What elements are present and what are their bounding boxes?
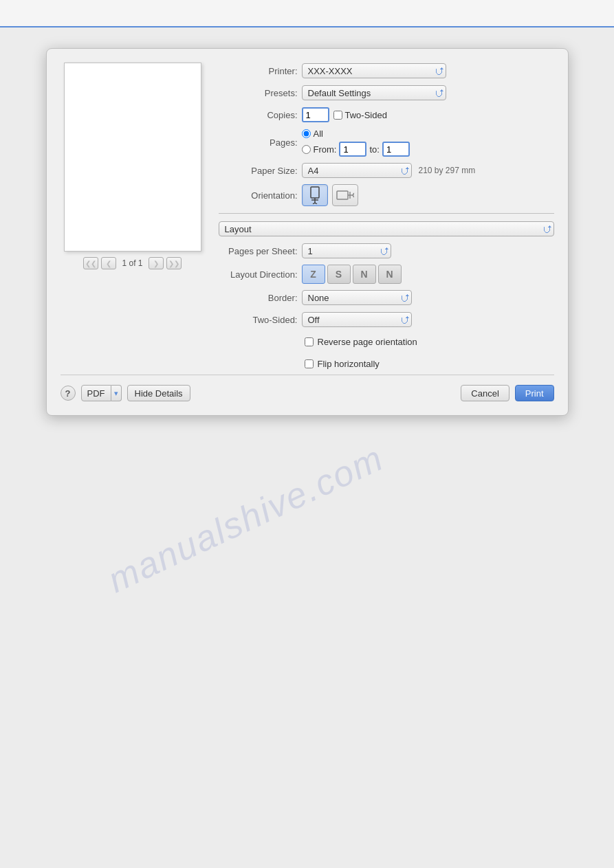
pages-range-row: From: to: bbox=[302, 142, 410, 157]
pages-all-label[interactable]: All bbox=[302, 129, 323, 139]
pages-from-radio[interactable] bbox=[302, 145, 311, 154]
pages-label: Pages: bbox=[219, 137, 298, 148]
printer-select-wrap: XXX-XXXX ⮍ bbox=[302, 63, 446, 78]
page-navigation: ❮❮ ❮ 1 of 1 ❯ ❯❯ bbox=[83, 257, 181, 269]
svg-line-9 bbox=[353, 195, 354, 197]
hide-details-button[interactable]: Hide Details bbox=[127, 385, 190, 401]
pages-from-input[interactable] bbox=[339, 142, 366, 157]
svg-rect-5 bbox=[337, 191, 348, 199]
pages-all-text: All bbox=[314, 129, 323, 139]
paper-size-select[interactable]: A4 bbox=[302, 163, 412, 178]
svg-line-4 bbox=[315, 203, 317, 204]
orientation-label: Orientation: bbox=[219, 190, 298, 201]
pages-per-sheet-select-wrap: 1 2 4 6 9 16 ⮍ bbox=[302, 243, 391, 258]
flip-horizontal-control: Flip horizontally bbox=[302, 359, 554, 369]
top-bar bbox=[0, 0, 614, 27]
pages-to-input[interactable] bbox=[382, 142, 410, 157]
reverse-orientation-text: Reverse page orientation bbox=[318, 337, 417, 347]
landscape-icon bbox=[336, 188, 354, 203]
layout-dir-btn-2[interactable]: S bbox=[327, 265, 351, 284]
presets-control: Default Settings ⮍ bbox=[302, 85, 554, 100]
reverse-orientation-checkbox[interactable] bbox=[305, 337, 314, 346]
print-dialog: ❮❮ ❮ 1 of 1 ❯ ❯❯ Printer: XXX-XXXX bbox=[46, 48, 569, 416]
svg-line-3 bbox=[313, 203, 315, 204]
two-sided-checkbox-label[interactable]: Two-Sided bbox=[333, 110, 387, 120]
dialog-body: ❮❮ ❮ 1 of 1 ❯ ❯❯ Printer: XXX-XXXX bbox=[61, 63, 554, 372]
pdf-button[interactable]: PDF bbox=[81, 385, 111, 401]
printer-label: Printer: bbox=[219, 66, 298, 76]
layout-section-select[interactable]: Layout bbox=[219, 221, 554, 236]
reverse-orientation-control: Reverse page orientation bbox=[302, 337, 554, 347]
copies-control: Two-Sided bbox=[302, 107, 554, 122]
cancel-button[interactable]: Cancel bbox=[461, 385, 509, 401]
two-sided-label: Two-Sided bbox=[345, 110, 387, 120]
paper-size-row: Paper Size: A4 ⮍ 210 by 297 mm bbox=[219, 162, 554, 179]
two-sided-section-label: Two-Sided: bbox=[219, 315, 298, 325]
dialog-footer: ? PDF ▾ Hide Details Cancel Print bbox=[61, 375, 554, 401]
preview-pane: ❮❮ ❮ 1 of 1 ❯ ❯❯ bbox=[61, 63, 205, 372]
border-label: Border: bbox=[219, 293, 298, 303]
printer-select[interactable]: XXX-XXXX bbox=[302, 63, 446, 78]
nav-next-button[interactable]: ❯ bbox=[149, 257, 164, 269]
layout-dir-btn-1[interactable]: Z bbox=[302, 265, 325, 284]
presets-select[interactable]: Default Settings bbox=[302, 85, 446, 100]
layout-direction-control: Z S N N bbox=[302, 265, 554, 284]
layout-direction-row: Layout Direction: Z S N N bbox=[219, 265, 554, 284]
border-select[interactable]: None Single Hairline Single Thin Line Do… bbox=[302, 290, 412, 305]
copies-input[interactable] bbox=[302, 107, 329, 122]
pages-control: All From: to: bbox=[302, 129, 554, 157]
nav-prev-button[interactable]: ❮ bbox=[101, 257, 116, 269]
pages-from-text: From: bbox=[314, 144, 337, 155]
orientation-control bbox=[302, 184, 554, 206]
pages-from-label[interactable]: From: bbox=[302, 144, 337, 155]
layout-section-control: Layout ⮍ bbox=[219, 221, 554, 236]
pages-to-text: to: bbox=[369, 144, 379, 155]
print-button[interactable]: Print bbox=[515, 385, 554, 401]
layout-dir-btn-3[interactable]: N bbox=[353, 265, 376, 284]
layout-direction-buttons: Z S N N bbox=[302, 265, 402, 284]
pages-per-sheet-select[interactable]: 1 2 4 6 9 16 bbox=[302, 243, 391, 258]
help-button[interactable]: ? bbox=[61, 386, 76, 401]
layout-dir-btn-4[interactable]: N bbox=[378, 265, 402, 284]
two-sided-select[interactable]: Off Long-Edge binding Short-Edge binding bbox=[302, 312, 412, 327]
orientation-row: Orientation: bbox=[219, 184, 554, 206]
layout-direction-label: Layout Direction: bbox=[219, 269, 298, 280]
layout-section-select-wrap: Layout ⮍ bbox=[219, 221, 554, 236]
two-sided-section-control: Off Long-Edge binding Short-Edge binding… bbox=[302, 312, 554, 327]
flip-horizontal-label[interactable]: Flip horizontally bbox=[305, 359, 380, 369]
pdf-button-wrap: PDF ▾ bbox=[81, 385, 122, 401]
page-indicator: 1 of 1 bbox=[119, 258, 145, 268]
border-row: Border: None Single Hairline Single Thin… bbox=[219, 289, 554, 306]
pages-per-sheet-control: 1 2 4 6 9 16 ⮍ bbox=[302, 243, 554, 258]
reverse-orientation-label[interactable]: Reverse page orientation bbox=[305, 337, 417, 347]
watermark-container: manualshive.com bbox=[28, 416, 614, 868]
reverse-orientation-row: Reverse page orientation bbox=[219, 333, 554, 350]
svg-line-8 bbox=[353, 193, 354, 195]
orientation-landscape-button[interactable] bbox=[332, 184, 358, 206]
pages-per-sheet-row: Pages per Sheet: 1 2 4 6 9 16 ⮍ bbox=[219, 243, 554, 259]
page-preview bbox=[64, 63, 201, 252]
pdf-arrow-button[interactable]: ▾ bbox=[111, 385, 122, 401]
flip-horizontal-row: Flip horizontally bbox=[219, 355, 554, 372]
nav-first-button[interactable]: ❮❮ bbox=[83, 257, 98, 269]
paper-size-select-wrap: A4 ⮍ bbox=[302, 163, 412, 178]
printer-row: Printer: XXX-XXXX ⮍ bbox=[219, 63, 554, 79]
presets-row: Presets: Default Settings ⮍ bbox=[219, 85, 554, 101]
layout-section-row: Layout ⮍ bbox=[219, 221, 554, 237]
two-sided-section-row: Two-Sided: Off Long-Edge binding Short-E… bbox=[219, 311, 554, 328]
portrait-icon bbox=[307, 186, 322, 204]
presets-label: Presets: bbox=[219, 88, 298, 98]
form-pane: Printer: XXX-XXXX ⮍ Presets: bbox=[219, 63, 554, 372]
presets-select-wrap: Default Settings ⮍ bbox=[302, 85, 446, 100]
nav-last-button[interactable]: ❯❯ bbox=[166, 257, 182, 269]
pages-all-radio[interactable] bbox=[302, 129, 311, 138]
border-control: None Single Hairline Single Thin Line Do… bbox=[302, 290, 554, 305]
page-content: ❮❮ ❮ 1 of 1 ❯ ❯❯ Printer: XXX-XXXX bbox=[0, 27, 614, 868]
copies-label: Copies: bbox=[219, 110, 298, 120]
watermark-text: manualshive.com bbox=[102, 437, 390, 601]
two-sided-checkbox[interactable] bbox=[333, 111, 342, 120]
two-sided-select-wrap: Off Long-Edge binding Short-Edge binding… bbox=[302, 312, 412, 327]
orientation-portrait-button[interactable] bbox=[302, 184, 328, 206]
flip-horizontal-checkbox[interactable] bbox=[305, 359, 314, 368]
paper-size-label: Paper Size: bbox=[219, 166, 298, 176]
